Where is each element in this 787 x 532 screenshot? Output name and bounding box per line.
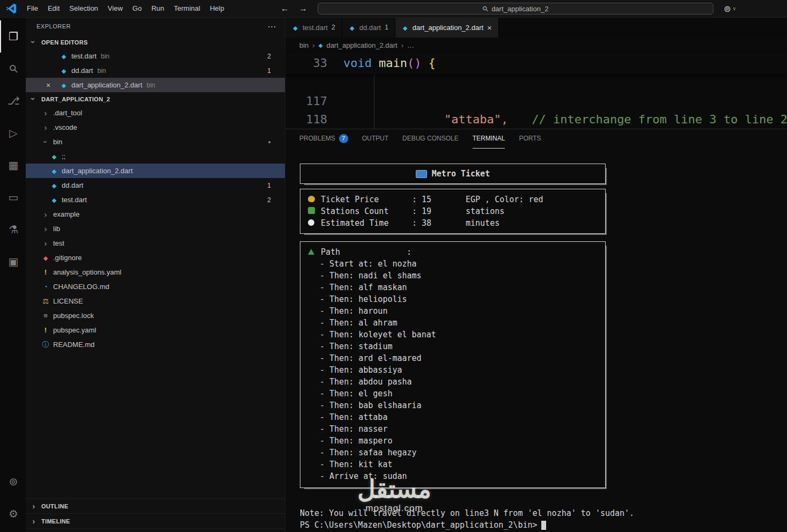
tree-item[interactable]: CHANGELOG.md [26, 279, 285, 294]
panel-tab[interactable]: OUTPUT [362, 130, 388, 149]
vscode-logo-icon [6, 3, 17, 14]
file-tree: .dart_tool .vscode bin [26, 106, 285, 352]
info-row: Ticket Price : 15 EGP , Color: red [300, 194, 605, 205]
dart-file-icon [59, 66, 69, 75]
file-icon [41, 239, 50, 248]
path-colon: : [407, 246, 411, 258]
activity-bar-top [0, 17, 26, 278]
back-arrow-icon[interactable]: ← [278, 0, 292, 17]
project-name: DART_APPLICATION_2 [41, 96, 110, 102]
file-name: LICENSE [53, 297, 83, 305]
editor-tab[interactable]: test.dart 2 [285, 17, 342, 38]
tab-badge: 2 [332, 24, 335, 31]
command-center-search[interactable]: ⚲ dart_application_2 [318, 3, 714, 14]
terminal-prompt[interactable]: PS C:\Users\Mazen\Desktop\dart_applicati… [300, 519, 787, 531]
activity-item[interactable] [0, 181, 26, 213]
path-station: - Start at: el nozha [300, 258, 605, 270]
tree-item[interactable]: lib [26, 221, 285, 236]
editor-tab[interactable]: dd.dart 1 [342, 17, 395, 38]
menu-item[interactable]: Help [205, 0, 229, 17]
file-name: example [53, 210, 79, 218]
tree-item[interactable]: test [26, 236, 285, 250]
tree-item[interactable]: bin [26, 135, 285, 149]
activity-item[interactable] [0, 20, 26, 53]
activity-item[interactable] [0, 498, 26, 530]
tree-item[interactable]: .dart_tool [26, 106, 285, 120]
activity-item[interactable] [0, 85, 26, 117]
item-badge: 2 [267, 196, 271, 204]
path-station: - Arrive at: sudan [300, 470, 605, 482]
file-name: test.dart [71, 52, 97, 60]
panel-tab[interactable]: PROBLEMS 7 [299, 130, 348, 149]
activity-item[interactable] [0, 246, 26, 278]
panel-tab[interactable]: TERMINAL [473, 130, 505, 149]
info-extra: EGP , Color: red [466, 194, 605, 205]
tree-item[interactable]: test.dart 2 [26, 193, 285, 207]
tree-item[interactable]: .gitignore [26, 250, 285, 265]
menu-item[interactable]: Go [128, 0, 146, 17]
breadcrumb-file[interactable]: dart_application_2.dart [326, 41, 397, 49]
search-text: dart_application_2 [491, 5, 548, 13]
path-station: - Then: el gesh [300, 388, 605, 400]
account-menu[interactable]: ⊚ ∨ [724, 0, 736, 17]
file-name: .dart_tool [53, 109, 82, 117]
open-editor-item[interactable]: test.dart bin 2 [26, 49, 285, 63]
tree-item[interactable]: pubspec.yaml [26, 323, 285, 337]
open-editors-header[interactable]: OPEN EDITORS [26, 35, 285, 49]
open-editor-item[interactable]: dd.dart bin 1 [26, 63, 285, 78]
chevron-down-icon [29, 38, 39, 47]
ticket-title: Metro Ticket [432, 168, 490, 180]
close-icon[interactable] [44, 81, 53, 90]
menu-item[interactable]: Selection [64, 0, 102, 17]
path-station: - Then: koleyet el banat [300, 329, 605, 341]
menu-item[interactable]: View [103, 0, 128, 17]
activity-item[interactable] [0, 149, 26, 181]
file-name: ;; [62, 152, 65, 160]
activity-item[interactable] [0, 117, 26, 149]
dart-file-icon [59, 52, 69, 60]
panel-tab[interactable]: DEBUG CONSOLE [402, 130, 459, 149]
close-icon[interactable] [487, 23, 492, 32]
file-icon [41, 297, 50, 305]
file-icon [41, 283, 50, 291]
forward-arrow-icon[interactable]: → [296, 0, 310, 17]
vscode-window: File Edit Selection View Go Run Terminal… [0, 0, 787, 532]
menu-item[interactable]: Run [146, 0, 169, 17]
breadcrumb-more[interactable]: … [407, 41, 414, 49]
editor-tab[interactable]: dart_application_2.dart [395, 17, 499, 38]
panel-tab[interactable]: PORTS [519, 130, 541, 149]
path-station: - Then: haroun [300, 305, 605, 317]
tree-item[interactable]: example [26, 207, 285, 221]
menu-item[interactable]: Terminal [169, 0, 205, 17]
file-icon [41, 224, 50, 233]
menu-item[interactable]: File [22, 0, 43, 17]
sidebar-section[interactable]: TIMELINE [26, 513, 285, 528]
info-label: Ticket Price [321, 194, 412, 205]
open-editor-item[interactable]: dart_application_2.dart bin [26, 78, 285, 92]
tree-item[interactable]: ;; [26, 149, 285, 164]
project-section-header[interactable]: DART_APPLICATION_2 [26, 92, 285, 106]
activity-item[interactable] [0, 213, 26, 246]
source-control-icon [7, 94, 19, 107]
editor-tabbar: test.dart 2 dd.dart 1 dart_application_2… [285, 17, 787, 38]
chevron-right-icon [401, 41, 403, 49]
path-station: - Then: bab elshaaria [300, 400, 605, 411]
tree-item[interactable]: dart_application_2.dart [26, 164, 285, 178]
sidebar-section[interactable]: DEPENDENCIES [26, 528, 285, 532]
tree-item[interactable]: LICENSE [26, 294, 285, 308]
info-row: Estimated Time : 38 minutes [300, 217, 605, 229]
tree-item[interactable]: analysis_options.yaml [26, 265, 285, 279]
breadcrumb-folder[interactable]: bin [299, 41, 308, 49]
path-list: - Start at: el nozha - Then: nadi el sha… [300, 258, 605, 482]
menu-item[interactable]: Edit [43, 0, 64, 17]
tree-item[interactable]: .vscode [26, 120, 285, 135]
panel-tab-label: PORTS [519, 129, 541, 148]
tree-item[interactable]: pubspec.lock [26, 308, 285, 323]
activity-item[interactable] [0, 466, 26, 498]
tree-item[interactable]: dd.dart 1 [26, 178, 285, 193]
tree-item[interactable]: README.md [26, 337, 285, 352]
sticky-code: voidmain(){ [343, 56, 436, 70]
more-actions-icon[interactable]: ⋯ [268, 21, 277, 32]
activity-item[interactable] [0, 53, 26, 85]
sidebar-section[interactable]: OUTLINE [26, 498, 285, 513]
